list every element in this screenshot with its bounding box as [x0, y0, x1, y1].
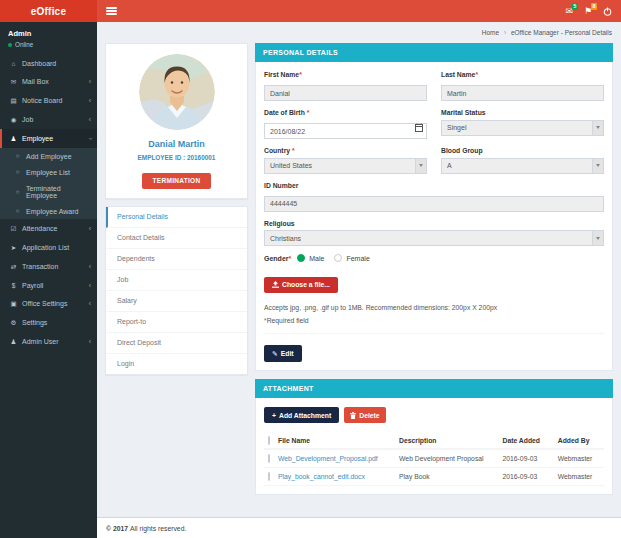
sidebar-item-employee[interactable]: ♟ Employee ‹	[0, 129, 97, 148]
attachment-panel-title: ATTACHMENT	[255, 379, 613, 398]
attachment-buttons: + Add Attachment Delete	[264, 407, 604, 423]
table-row: Web_Development_Proposal.pdf Web Develop…	[264, 449, 604, 468]
select-caret-icon	[592, 159, 603, 173]
sidebar-item-employee-award[interactable]: ○ Employee Award	[0, 203, 97, 219]
dashboard-icon: ⌂	[9, 60, 18, 67]
briefcase-icon: ▣	[9, 300, 18, 308]
first-name-field[interactable]	[264, 85, 427, 101]
menu-item-dependents[interactable]: Dependents	[106, 249, 247, 270]
file-link[interactable]: Play_book_cannot_edit.docx	[278, 473, 365, 480]
dob-label: Date of Birth *	[264, 109, 427, 116]
sidebar-item-mailbox[interactable]: ✉ Mail Box ‹	[0, 72, 97, 91]
chevron-left-icon: ‹	[89, 225, 91, 232]
required-field-note: *Required field	[264, 317, 604, 324]
messages-badge: 5	[572, 3, 578, 11]
religious-select[interactable]: Christians	[264, 230, 604, 246]
country-select[interactable]: United States	[264, 158, 427, 174]
employee-name: Danial Martin	[114, 139, 239, 149]
online-status-icon	[8, 43, 12, 47]
id-number-field[interactable]	[264, 196, 604, 212]
add-attachment-button[interactable]: + Add Attachment	[264, 407, 339, 423]
menu-item-personal-details[interactable]: Personal Details	[106, 207, 247, 228]
calendar-icon	[415, 123, 423, 132]
sidebar-item-transaction[interactable]: ⇄ Transaction ‹	[0, 257, 97, 276]
app-logo[interactable]: eOffice	[0, 0, 97, 22]
gender-female-label: Female	[346, 255, 369, 262]
menu-item-job[interactable]: Job	[106, 270, 247, 291]
gender-field: Gender* Male Female	[264, 254, 604, 262]
choose-file-button[interactable]: Choose a file...	[264, 277, 338, 293]
select-all-checkbox[interactable]	[268, 436, 270, 445]
sidebar-item-admin-user[interactable]: ♟ Admin User ‹	[0, 332, 97, 351]
gender-female-radio[interactable]	[334, 254, 342, 262]
col-file-name: File Name	[274, 432, 395, 449]
trash-icon	[350, 412, 356, 419]
logout-button[interactable]	[603, 7, 612, 16]
sidebar-user-name: Admin	[8, 29, 89, 38]
sidebar-item-job[interactable]: ◉ Job ‹	[0, 110, 97, 129]
main-area: Home › eOffice Manager - Personal Detail…	[97, 22, 621, 538]
circle-icon: ○	[13, 153, 22, 159]
marital-status-select[interactable]: Singel	[441, 120, 604, 136]
col-description: Description	[395, 432, 498, 449]
panel-title: PERSONAL DETAILS	[255, 43, 613, 62]
id-number-label: ID Number	[264, 182, 604, 189]
circle-icon: ○	[13, 169, 22, 175]
upload-icon	[272, 281, 279, 288]
delete-attachment-button[interactable]: Delete	[344, 407, 385, 423]
sidebar-user-panel: Admin Online	[0, 22, 97, 54]
menu-item-report-to[interactable]: Report-to	[106, 312, 247, 333]
first-name-label: First Name*	[264, 71, 427, 78]
date-of-birth-field[interactable]	[264, 123, 427, 139]
sidebar-item-attendance[interactable]: ☑ Attendance ‹	[0, 219, 97, 238]
chevron-left-icon: ‹	[89, 300, 91, 307]
gender-male-label: Male	[309, 255, 324, 262]
envelope-icon: ✉	[9, 78, 18, 86]
menu-item-salary[interactable]: Salary	[106, 291, 247, 312]
chevron-left-icon: ‹	[89, 78, 91, 85]
row-checkbox[interactable]	[268, 454, 270, 463]
pencil-icon: ✎	[272, 350, 278, 358]
sidebar-item-office-settings[interactable]: ▣ Office Settings ‹	[0, 294, 97, 313]
sidebar-item-terminated-employee[interactable]: ○ Terminated Employee	[0, 180, 97, 203]
last-name-field[interactable]	[441, 85, 604, 101]
chevron-left-icon: ‹	[89, 97, 91, 104]
breadcrumb-home-link[interactable]: Home	[482, 29, 499, 36]
termination-button[interactable]: TERMINATION	[142, 173, 212, 189]
right-column: PERSONAL DETAILS First Name* Last Name*	[255, 43, 613, 495]
gender-male-radio[interactable]	[297, 254, 305, 262]
topnav-right: ✉ 5 ⚑ 8	[565, 7, 612, 16]
sidebar-item-dashboard[interactable]: ⌂ Dashboard	[0, 54, 97, 72]
marital-status-label: Marital Status	[441, 109, 604, 116]
sidebar-item-add-employee[interactable]: ○ Add Employee	[0, 148, 97, 164]
sidebar-item-notice-board[interactable]: ▤ Notice Board ‹	[0, 91, 97, 110]
blood-group-select[interactable]: A	[441, 158, 604, 174]
content: Danial Martin EMPLOYEE ID : 20160001 TER…	[97, 41, 621, 517]
sidebar-item-employee-list[interactable]: ○ Employee List	[0, 164, 97, 180]
row-checkbox[interactable]	[268, 472, 270, 481]
chevron-down-icon: ‹	[86, 137, 93, 139]
check-square-icon: ☑	[9, 225, 18, 233]
breadcrumb: Home › eOffice Manager - Personal Detail…	[97, 22, 621, 41]
messages-button[interactable]: ✉ 5	[565, 7, 573, 16]
select-caret-icon	[415, 159, 426, 173]
attachment-table-header: File Name Description Date Added Added B…	[264, 432, 604, 449]
eoffice-app: eOffice ✉ 5 ⚑ 8	[0, 0, 621, 538]
sidebar-toggle-icon[interactable]	[106, 7, 117, 15]
users-icon: ♟	[9, 135, 18, 143]
edit-button[interactable]: ✎ Edit	[264, 345, 302, 362]
sidebar: Admin Online ⌂ Dashboard ✉ Mail Box ‹ ▤ …	[0, 22, 97, 538]
sidebar-item-application-list[interactable]: ➤ Application List	[0, 238, 97, 257]
menu-item-contact-details[interactable]: Contact Details	[106, 228, 247, 249]
religious-label: Religious	[264, 220, 604, 227]
sidebar-item-payroll[interactable]: $ Payroll ‹	[0, 276, 97, 294]
attachment-panel: ATTACHMENT + Add Attachment	[255, 379, 613, 495]
menu-item-direct-deposit[interactable]: Direct Deposit	[106, 333, 247, 354]
notifications-button[interactable]: ⚑ 8	[584, 7, 592, 16]
file-link[interactable]: Web_Development_Proposal.pdf	[278, 455, 378, 462]
employee-submenu: ○ Add Employee ○ Employee List ○ Termina…	[0, 148, 97, 219]
employee-id: EMPLOYEE ID : 20160001	[114, 154, 239, 161]
menu-item-login[interactable]: Login	[106, 354, 247, 374]
sidebar-item-settings[interactable]: ⚙ Settings	[0, 313, 97, 332]
profile-menu-card: Personal Details Contact Details Depende…	[105, 206, 248, 375]
